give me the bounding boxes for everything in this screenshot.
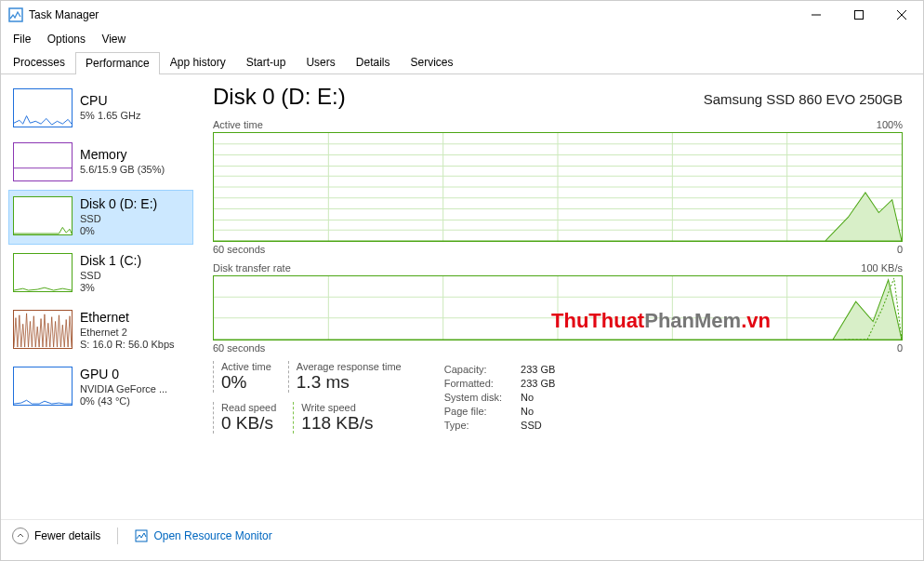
sidebar-sub-memory: 5.6/15.9 GB (35%) — [80, 164, 165, 177]
thumb-disk1 — [13, 253, 73, 292]
menu-options[interactable]: Options — [41, 31, 92, 47]
separator — [117, 528, 118, 544]
maximize-button[interactable] — [838, 1, 880, 29]
minimize-button[interactable] — [795, 1, 838, 29]
tab-details[interactable]: Details — [346, 51, 401, 73]
sidebar-sub2-disk0: 0% — [80, 225, 157, 238]
chart2-max: 100 KB/s — [861, 262, 903, 274]
stat-read-speed: Read speed 0 KB/s — [213, 402, 276, 434]
sidebar-sub1-gpu0: NVIDIA GeForce ... — [80, 383, 167, 396]
titlebar: Task Manager — [1, 1, 923, 29]
stat-write-speed: Write speed 118 KB/s — [293, 402, 373, 434]
sidebar-item-memory[interactable]: Memory 5.6/15.9 GB (35%) — [8, 136, 193, 188]
menu-view[interactable]: View — [95, 31, 132, 47]
stats-block: Active time 0% Average response time 1.3… — [213, 361, 903, 434]
tab-performance[interactable]: Performance — [75, 52, 160, 74]
chart2-x0: 60 seconds — [213, 342, 265, 354]
chart1-max: 100% — [877, 119, 903, 130]
tab-services[interactable]: Services — [400, 51, 463, 73]
chart1-x1: 0 — [897, 244, 903, 255]
sidebar: CPU 5% 1.65 GHz Memory 5.6/15.9 GB (35%)… — [1, 74, 198, 519]
thumb-disk0 — [13, 196, 73, 235]
chart2-label: Disk transfer rate — [213, 262, 291, 274]
sidebar-label-cpu: CPU — [80, 93, 140, 110]
chart-active-time: Active time 100% 60 seconds 0 — [213, 119, 903, 255]
window-title: Task Manager — [29, 8, 795, 21]
sidebar-item-cpu[interactable]: CPU 5% 1.65 GHz — [8, 82, 193, 134]
tab-processes[interactable]: Processes — [3, 51, 75, 73]
sidebar-sub2-ethernet: S: 16.0 R: 56.0 Kbps — [80, 339, 175, 352]
sidebar-sub-cpu: 5% 1.65 GHz — [80, 110, 140, 123]
detail-model: Samsung SSD 860 EVO 250GB — [704, 91, 903, 107]
disk-info-table: Capacity:233 GB Formatted:233 GB System … — [442, 361, 558, 434]
menu-file[interactable]: File — [7, 31, 37, 47]
svg-rect-2 — [855, 11, 864, 20]
sidebar-sub2-disk1: 3% — [80, 282, 141, 295]
thumb-gpu0 — [13, 367, 73, 406]
sidebar-item-disk0[interactable]: Disk 0 (D: E:) SSD 0% — [8, 190, 193, 245]
resource-monitor-icon — [135, 529, 148, 542]
menubar: File Options View — [1, 29, 923, 51]
sidebar-label-memory: Memory — [80, 147, 165, 164]
sidebar-sub1-disk1: SSD — [80, 270, 141, 283]
sidebar-label-ethernet: Ethernet — [80, 310, 175, 327]
close-button[interactable] — [880, 1, 923, 29]
chart1-area[interactable] — [213, 132, 903, 242]
sidebar-sub2-gpu0: 0% (43 °C) — [80, 395, 167, 408]
window-controls — [795, 1, 923, 29]
sidebar-item-ethernet[interactable]: Ethernet Ethernet 2 S: 16.0 R: 56.0 Kbps — [8, 303, 193, 358]
sidebar-sub1-disk0: SSD — [80, 213, 157, 226]
tab-users[interactable]: Users — [296, 51, 345, 73]
sidebar-item-gpu0[interactable]: GPU 0 NVIDIA GeForce ... 0% (43 °C) — [8, 360, 193, 415]
open-resource-monitor-link[interactable]: Open Resource Monitor — [135, 529, 271, 542]
fewer-details-button[interactable]: Fewer details — [12, 528, 100, 544]
sidebar-sub1-ethernet: Ethernet 2 — [80, 327, 175, 340]
chart1-label: Active time — [213, 119, 263, 130]
footer: Fewer details Open Resource Monitor — [1, 519, 923, 552]
thumb-memory — [13, 142, 73, 181]
chart2-x1: 0 — [897, 342, 903, 354]
stat-active-time: Active time 0% — [213, 361, 271, 393]
sidebar-label-disk1: Disk 1 (C:) — [80, 253, 141, 270]
stat-avg-response: Average response time 1.3 ms — [288, 361, 402, 393]
chart-transfer-rate: Disk transfer rate 100 KB/s 60 seconds 0 — [213, 262, 903, 354]
sidebar-label-gpu0: GPU 0 — [80, 367, 167, 383]
detail-title: Disk 0 (D: E:) — [213, 84, 704, 110]
app-icon — [8, 7, 23, 22]
thumb-cpu — [13, 88, 73, 127]
chart2-area[interactable] — [213, 275, 903, 341]
tab-app-history[interactable]: App history — [160, 51, 236, 73]
tabstrip: Processes Performance App history Start-… — [1, 51, 923, 74]
chart1-x0: 60 seconds — [213, 244, 265, 255]
tab-start-up[interactable]: Start-up — [236, 51, 297, 73]
chevron-up-icon — [12, 528, 29, 544]
detail-pane: Disk 0 (D: E:) Samsung SSD 860 EVO 250GB… — [198, 74, 923, 519]
main-area: CPU 5% 1.65 GHz Memory 5.6/15.9 GB (35%)… — [1, 74, 923, 519]
thumb-ethernet — [13, 310, 73, 349]
sidebar-item-disk1[interactable]: Disk 1 (C:) SSD 3% — [8, 247, 193, 301]
sidebar-label-disk0: Disk 0 (D: E:) — [80, 196, 157, 213]
